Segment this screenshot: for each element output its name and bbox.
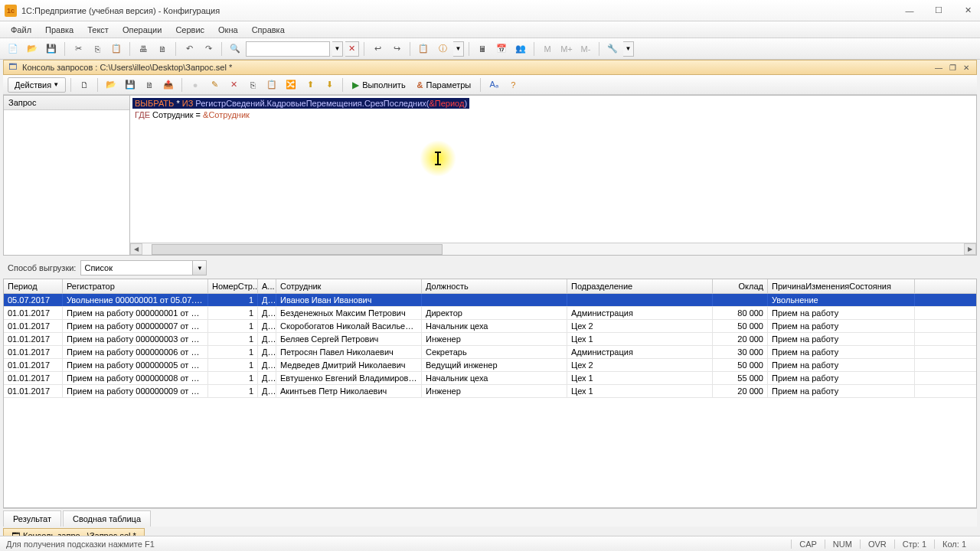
- maximize-button[interactable]: ☐: [931, 3, 946, 18]
- undo-icon[interactable]: ↶: [181, 41, 198, 57]
- export-icon[interactable]: 📤: [160, 77, 177, 93]
- help-icon[interactable]: ⓘ: [434, 41, 451, 57]
- doc-restore-button[interactable]: ❐: [947, 62, 958, 73]
- result-tab[interactable]: Результат: [3, 510, 61, 527]
- record-icon[interactable]: ●: [187, 77, 204, 93]
- copy-query-icon[interactable]: ⎘: [244, 77, 261, 93]
- output-mode-combo[interactable]: Список ▼: [80, 260, 207, 276]
- column-header[interactable]: Должность: [422, 279, 567, 293]
- table-row[interactable]: 01.01.2017Прием на работу 000000005 от 0…: [4, 359, 976, 372]
- paste-query-icon[interactable]: 📋: [263, 77, 280, 93]
- preview-icon[interactable]: 🗎: [154, 41, 171, 57]
- search-dropdown-icon[interactable]: ▼: [332, 41, 343, 57]
- doc-minimize-button[interactable]: —: [933, 62, 944, 73]
- cut-icon[interactable]: ✂: [70, 41, 87, 57]
- menu-item[interactable]: Правка: [39, 23, 80, 37]
- table-row[interactable]: 01.01.2017Прием на работу 000000007 от 0…: [4, 320, 976, 333]
- results-grid: ПериодРегистраторНомерСтр...А...Сотрудни…: [3, 279, 977, 508]
- column-header[interactable]: Период: [4, 279, 63, 293]
- redo-icon[interactable]: ↷: [200, 41, 217, 57]
- up-icon[interactable]: ⬆: [302, 77, 318, 93]
- calc-icon[interactable]: 🖩: [474, 41, 491, 57]
- table-cell: 01.01.2017: [4, 333, 63, 345]
- column-header[interactable]: НомерСтр...: [208, 279, 258, 293]
- users-icon[interactable]: 👥: [512, 41, 529, 57]
- menu-item[interactable]: Текст: [81, 23, 115, 37]
- delete-icon[interactable]: ✕: [225, 77, 242, 93]
- toolbar-icon[interactable]: 📋: [415, 41, 432, 57]
- toolbar-icon[interactable]: ↪: [388, 41, 405, 57]
- table-cell: Директор: [422, 307, 567, 319]
- result-tabs: РезультатСводная таблица: [3, 508, 977, 527]
- column-header[interactable]: Подразделение: [567, 279, 713, 293]
- save-query-icon[interactable]: 💾: [122, 77, 139, 93]
- m-plus-icon[interactable]: M+: [558, 41, 575, 57]
- query-editor[interactable]: ВЫБРАТЬ * ИЗ РегистрСведений.КадровыеПер…: [130, 95, 977, 256]
- close-button[interactable]: ✕: [960, 3, 975, 18]
- print-icon[interactable]: 🖶: [135, 41, 152, 57]
- table-cell: 30 000: [713, 346, 768, 358]
- table-cell: Ведущий инженер: [422, 359, 567, 371]
- copy-icon[interactable]: ⎘: [89, 41, 106, 57]
- menu-item[interactable]: Сервис: [169, 23, 211, 37]
- table-cell: 01.01.2017: [4, 346, 63, 358]
- save-icon[interactable]: 💾: [43, 41, 60, 57]
- actions-button[interactable]: Действия▼: [8, 77, 66, 93]
- status-hint: Для получения подсказки нажмите F1: [6, 540, 791, 549]
- table-row[interactable]: 05.07.2017Увольнение 000000001 от 05.07.…: [4, 294, 976, 307]
- horizontal-scrollbar[interactable]: ◀ ▶: [130, 243, 976, 255]
- table-cell: Да: [258, 307, 276, 319]
- menu-item[interactable]: Операции: [116, 23, 168, 37]
- output-mode-row: Способ выгрузки: Список ▼: [3, 257, 977, 279]
- clear-search-icon[interactable]: ✕: [345, 41, 359, 57]
- table-cell: Да: [258, 346, 276, 358]
- doc-close-button[interactable]: ✕: [961, 62, 972, 73]
- result-tab[interactable]: Сводная таблица: [63, 510, 151, 527]
- table-cell: Прием на работу 000000007 от 01.0...: [63, 320, 208, 332]
- execute-button[interactable]: ▶Выполнить: [348, 78, 410, 92]
- m-minus-icon[interactable]: M-: [577, 41, 594, 57]
- chevron-down-icon[interactable]: ▼: [192, 261, 206, 275]
- paste-icon[interactable]: 📋: [108, 41, 125, 57]
- column-header[interactable]: ПричинаИзмененияСостояния: [768, 279, 915, 293]
- new-query-icon[interactable]: 🗋: [76, 77, 93, 93]
- column-header[interactable]: Сотрудник: [276, 279, 422, 293]
- parameters-button[interactable]: &Параметры: [413, 79, 476, 91]
- menu-item[interactable]: Окна: [212, 23, 244, 37]
- open-icon[interactable]: 📂: [24, 41, 41, 57]
- settings-dropdown-icon[interactable]: ▼: [623, 41, 634, 57]
- open-query-icon[interactable]: 📂: [103, 77, 119, 93]
- toolbar-icon[interactable]: ↩: [369, 41, 386, 57]
- table-row[interactable]: 01.01.2017Прием на работу 000000008 от 0…: [4, 372, 976, 385]
- column-header[interactable]: Оклад: [713, 279, 768, 293]
- minimize-button[interactable]: —: [902, 3, 917, 18]
- main-toolbar: 📄 📂 💾 ✂ ⎘ 📋 🖶 🗎 ↶ ↷ 🔍 ▼ ✕ ↩ ↪ 📋 ⓘ ▼ 🖩 📅 …: [0, 38, 980, 60]
- menu-item[interactable]: Файл: [5, 23, 38, 37]
- help-button-icon[interactable]: ?: [505, 77, 521, 93]
- table-cell: Прием на работу: [768, 359, 915, 371]
- table-row[interactable]: 01.01.2017Прием на работу 000000006 от 0…: [4, 346, 976, 359]
- new-icon[interactable]: 📄: [5, 41, 21, 57]
- grid-header: ПериодРегистраторНомерСтр...А...Сотрудни…: [4, 279, 976, 294]
- table-cell: [713, 294, 768, 306]
- find-icon[interactable]: 🔍: [227, 41, 243, 57]
- settings-icon[interactable]: 🔧: [604, 41, 621, 57]
- column-header[interactable]: А...: [258, 279, 276, 293]
- save-as-icon[interactable]: 🗎: [141, 77, 158, 93]
- down-icon[interactable]: ⬇: [321, 77, 338, 93]
- table-cell: Прием на работу 000000009 от 01.0...: [63, 385, 208, 397]
- search-input[interactable]: [246, 41, 330, 57]
- table-row[interactable]: 01.01.2017Прием на работу 000000001 от 0…: [4, 307, 976, 320]
- table-row[interactable]: 01.01.2017Прием на работу 000000003 от 0…: [4, 333, 976, 346]
- font-icon[interactable]: Aₐ: [485, 77, 502, 93]
- tree-icon[interactable]: 🔀: [283, 77, 299, 93]
- column-header[interactable]: Регистратор: [63, 279, 208, 293]
- edit-icon[interactable]: ✎: [206, 77, 223, 93]
- m-icon[interactable]: M: [539, 41, 556, 57]
- menu-item[interactable]: Справка: [246, 23, 291, 37]
- table-row[interactable]: 01.01.2017Прием на работу 000000009 от 0…: [4, 385, 976, 398]
- calendar-icon[interactable]: 📅: [493, 41, 510, 57]
- help-dropdown-icon[interactable]: ▼: [453, 41, 464, 57]
- table-cell: 55 000: [713, 372, 768, 384]
- cursor-highlight-icon: [420, 140, 456, 177]
